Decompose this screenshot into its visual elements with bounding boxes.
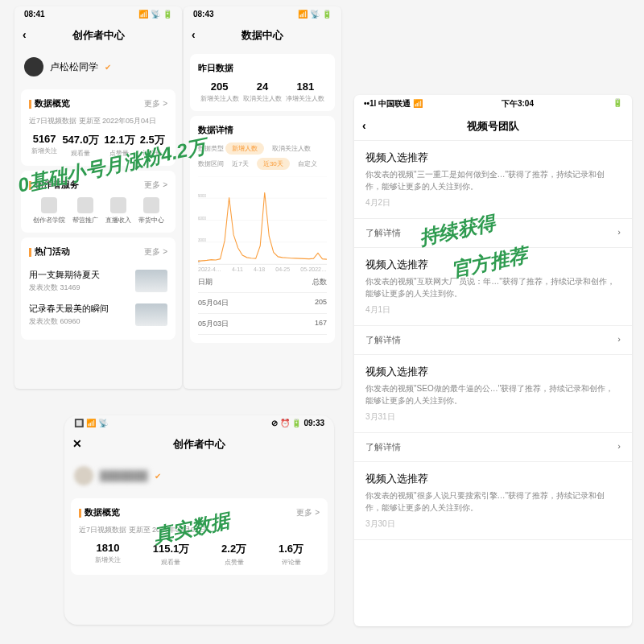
page-title: 创作者中心 (173, 438, 225, 450)
more-link[interactable]: 更多 > (296, 507, 320, 518)
notification-item[interactable]: 视频入选推荐你发表的视频"三一重工是如何做到全…"获得了推荐，持续记录和创作，能… (354, 141, 632, 219)
more-link[interactable]: 更多 > (144, 246, 167, 258)
detail-link[interactable]: 了解详情› (354, 326, 632, 355)
stat: 1810新增关注 (95, 542, 121, 567)
stats-row: 205新增关注人数24取消关注人数181净增关注人数 (198, 80, 327, 103)
more-link[interactable]: 更多 > (144, 180, 167, 191)
status-icons: 📶 📡 🔋 (138, 10, 172, 19)
overview-card: 数据概览 更多 > 近7日视频数据 更新至 2022年05月04日 1810新增… (71, 498, 328, 575)
svg-text:6000: 6000 (198, 216, 206, 220)
phone-notifications: ••1l 中国联通 📶 下午3:04 🔋 ‹ 视频号团队 视频入选推荐你发表的视… (354, 95, 632, 626)
nav-bar: ‹ 创作者中心 (14, 22, 182, 49)
subtitle: 近7日视频数据 更新至 2022年05月04日 (79, 525, 320, 535)
nav-bar: ‹ 视频号团队 (354, 113, 632, 141)
stat: 5167新增关注 (31, 133, 57, 158)
verified-badge-icon: ✔ (105, 63, 111, 72)
nav-bar: ‹ 数据中心 (184, 22, 341, 49)
stats-row: 5167新增关注547.0万观看量12.1万点赞量2.5万评论量 (29, 133, 167, 158)
notification-item[interactable]: 视频入选推荐你发表的视频"很多人说只要搜索引擎…"获得了推荐，持续记录和创作，能… (354, 462, 632, 540)
back-icon[interactable]: ‹ (192, 28, 196, 41)
page-title: 创作者中心 (72, 29, 125, 41)
battery-icon: 🔋 (613, 98, 622, 109)
avatar (74, 466, 93, 485)
x-axis: 2022-4…4-114-1804-2505-2022… (198, 266, 327, 272)
activity-item[interactable]: 用一支舞期待夏天发表次数 31469 (29, 264, 167, 298)
table-row: 05月03日167 (198, 314, 327, 335)
tab-cancel[interactable]: 取消关注人数 (266, 142, 317, 155)
verified-badge-icon: ✔ (155, 472, 161, 481)
service-item[interactable]: 直播收入 (105, 197, 131, 225)
time: 08:43 (193, 10, 214, 19)
subtitle: 近7日视频数据 更新至 2022年05月04日 (29, 116, 167, 126)
line-chart: 030006000900012000 (198, 176, 327, 265)
status-right: ⊘ ⏰ 🔋 09:33 (271, 419, 324, 427)
profile-row[interactable]: ███████ ✔ (64, 458, 334, 493)
carrier: ••1l 中国联通 📶 (364, 98, 423, 109)
status-bar: 🔲 📶 📡 ⊘ ⏰ 🔋 09:33 (64, 415, 334, 431)
stat: 2.5万评论量 (140, 133, 165, 158)
detail-link[interactable]: 了解详情› (354, 219, 632, 248)
stat: 24取消关注人数 (243, 80, 282, 103)
card-title: 数据详情 (198, 124, 327, 136)
activity-thumbnail (135, 303, 167, 326)
range-7d[interactable]: 近7天 (225, 158, 254, 170)
avatar (24, 57, 43, 76)
nav-bar: ✕ 创作者中心 (64, 431, 334, 458)
range-30d[interactable]: 近30天 (257, 158, 290, 170)
tab-new[interactable]: 新增人数 (225, 142, 264, 155)
status-left: 🔲 📶 📡 (74, 419, 108, 427)
activities-card: 热门活动 更多 > 用一支舞期待夏天发表次数 31469记录春天最美的瞬间发表次… (21, 237, 175, 340)
chevron-right-icon: › (617, 441, 621, 453)
detail-card: 数据详情 数据类型 新增人数 取消关注人数 数据区间 近7天 近30天 自定义 … (190, 116, 335, 343)
service-item[interactable]: 帮营推广 (72, 197, 98, 225)
stat: 181净增关注人数 (286, 80, 324, 103)
service-item[interactable]: 带货中心 (138, 197, 164, 225)
services-row: 创作者学院帮营推广直播收入带货中心 (29, 197, 167, 225)
phone-creator-center-1: 08:41 📶 📡 🔋 ‹ 创作者中心 卢松松同学 ✔ 数据概览 更多 > 近7… (14, 6, 182, 389)
phone-creator-center-2: 🔲 📶 📡 ⊘ ⏰ 🔋 09:33 ✕ 创作者中心 ███████ ✔ 数据概览… (64, 415, 334, 625)
card-title: 昨日数据 (198, 62, 327, 74)
stat: 2.2万点赞量 (221, 542, 246, 567)
notification-item[interactable]: 视频入选推荐你发表的视频"互联网大厂 员说：年…"获得了推荐，持续记录和创作，能… (354, 248, 632, 326)
stats-row: 1810新增关注115.1万观看量2.2万点赞量1.6万评论量 (79, 542, 320, 567)
table-header: 日期总数 (198, 272, 327, 293)
status-icons: 📶 📡 🔋 (298, 10, 332, 19)
activity-item[interactable]: 记录春天最美的瞬间发表次数 60960 (29, 298, 167, 332)
card-title: 数据概览 (29, 97, 70, 109)
chevron-right-icon: › (617, 334, 621, 346)
yesterday-card: 昨日数据 205新增关注人数24取消关注人数181净增关注人数 (190, 54, 335, 111)
svg-text:9000: 9000 (198, 194, 206, 198)
stat: 205新增关注人数 (200, 80, 239, 103)
profile-name: 卢松松同学 (50, 60, 98, 74)
service-item[interactable]: 创作者学院 (33, 197, 65, 225)
time: 下午3:04 (502, 98, 534, 109)
services-card: 创作者服务 更多 > 创作者学院帮营推广直播收入带货中心 (21, 171, 175, 233)
profile-row[interactable]: 卢松松同学 ✔ (14, 49, 182, 85)
chevron-right-icon: › (617, 227, 621, 239)
close-icon[interactable]: ✕ (72, 437, 82, 450)
stat: 115.1万观看量 (153, 542, 190, 567)
profile-name-blurred: ███████ (100, 470, 148, 481)
activity-thumbnail (135, 270, 167, 292)
range-custom[interactable]: 自定义 (291, 158, 324, 170)
card-title: 热门活动 (29, 246, 70, 258)
phone-data-center: 08:43 📶 📡 🔋 ‹ 数据中心 昨日数据 205新增关注人数24取消关注人… (184, 6, 341, 389)
back-icon[interactable]: ‹ (23, 28, 27, 41)
page-title: 视频号团队 (467, 120, 519, 132)
svg-text:3000: 3000 (198, 238, 206, 242)
more-link[interactable]: 更多 > (144, 98, 167, 109)
detail-link[interactable]: 了解详情› (354, 433, 632, 462)
notification-item[interactable]: 视频入选推荐你发表的视频"SEO做的最牛逼的公…"获得了推荐，持续记录和创作，能… (354, 355, 632, 433)
stat: 547.0万观看量 (62, 133, 99, 158)
page-title: 数据中心 (242, 29, 283, 41)
time: 08:41 (24, 10, 45, 19)
card-title: 创作者服务 (29, 179, 79, 191)
stat: 12.1万点赞量 (104, 133, 134, 158)
status-bar: 08:41 📶 📡 🔋 (14, 6, 182, 22)
status-bar: ••1l 中国联通 📶 下午3:04 🔋 (354, 95, 632, 113)
card-title: 数据概览 (79, 506, 120, 518)
status-bar: 08:43 📶 📡 🔋 (184, 6, 341, 22)
table-row: 05月04日205 (198, 293, 327, 314)
stat: 1.6万评论量 (279, 542, 303, 567)
back-icon[interactable]: ‹ (362, 119, 366, 132)
